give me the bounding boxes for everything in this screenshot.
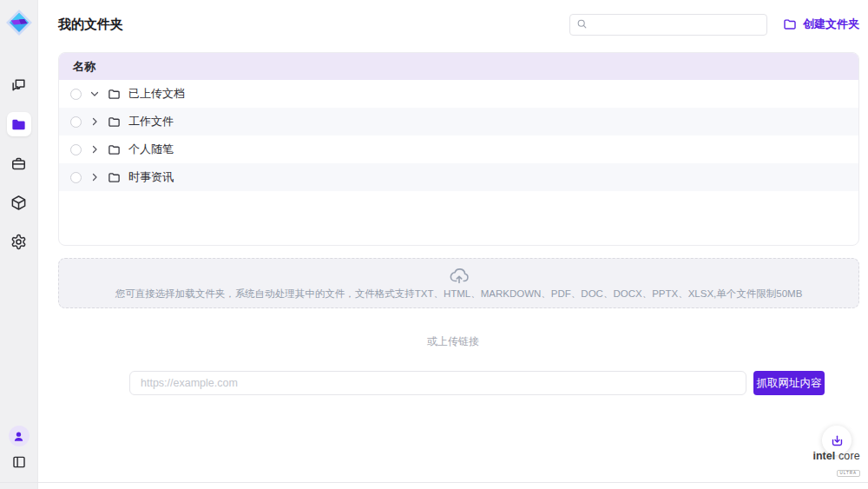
create-folder-label: 创建文件夹 bbox=[803, 17, 859, 32]
download-icon bbox=[830, 433, 845, 448]
or-upload-link-label: 或上传链接 bbox=[38, 334, 868, 349]
app-window: 我的文件夹 创建文件夹 名称 bbox=[0, 0, 868, 489]
chevron-down-icon[interactable] bbox=[89, 89, 100, 99]
row-checkbox[interactable] bbox=[70, 116, 82, 128]
table-row[interactable]: 个人随笔 bbox=[59, 135, 858, 163]
sidebar-bottom bbox=[9, 426, 30, 470]
sidebar bbox=[0, 0, 38, 489]
row-checkbox[interactable] bbox=[70, 172, 82, 183]
cloud-upload-icon bbox=[449, 266, 470, 285]
table-row[interactable]: 时事资讯 bbox=[59, 163, 858, 191]
folder-name[interactable]: 个人随笔 bbox=[128, 142, 174, 157]
sidebar-nav bbox=[7, 73, 31, 254]
folder-table: 名称 已上传文档 工作文件 bbox=[58, 52, 859, 246]
row-checkbox[interactable] bbox=[70, 89, 82, 100]
intel-core-logo: intel core ULTRA bbox=[812, 450, 860, 478]
table-header: 名称 bbox=[59, 53, 858, 80]
chevron-right-icon[interactable] bbox=[89, 144, 100, 155]
user-avatar[interactable] bbox=[9, 426, 30, 446]
fetch-url-button[interactable]: 抓取网址内容 bbox=[753, 371, 825, 395]
sidebar-item-folders[interactable] bbox=[7, 112, 31, 136]
table-row[interactable]: 已上传文档 bbox=[59, 80, 858, 108]
panel-toggle-button[interactable] bbox=[11, 454, 27, 470]
sidebar-item-models[interactable] bbox=[7, 190, 31, 215]
search-icon bbox=[576, 18, 588, 30]
search-input[interactable] bbox=[569, 14, 767, 36]
table-row[interactable]: 工作文件 bbox=[59, 108, 858, 135]
sidebar-item-workspace[interactable] bbox=[7, 151, 31, 175]
upload-hint: 您可直接选择加载文件夹，系统自动处理其中的文件，文件格式支持TXT、HTML、M… bbox=[115, 287, 803, 301]
app-logo-icon[interactable] bbox=[5, 9, 33, 36]
intel-product-text: core bbox=[838, 450, 860, 462]
folder-rows: 已上传文档 工作文件 个人随笔 bbox=[59, 80, 858, 191]
folder-icon bbox=[108, 171, 121, 184]
folder-name[interactable]: 已上传文档 bbox=[128, 86, 185, 102]
chevron-right-icon[interactable] bbox=[89, 116, 100, 127]
upload-dropzone[interactable]: 您可直接选择加载文件夹，系统自动处理其中的文件，文件格式支持TXT、HTML、M… bbox=[58, 258, 859, 308]
url-input[interactable] bbox=[129, 371, 746, 395]
page-header: 我的文件夹 创建文件夹 bbox=[38, 0, 868, 49]
intel-ultra-badge: ULTRA bbox=[837, 470, 860, 477]
sidebar-item-chat[interactable] bbox=[7, 73, 31, 97]
folder-name[interactable]: 工作文件 bbox=[128, 114, 174, 129]
folder-icon bbox=[108, 143, 121, 156]
sidebar-item-settings[interactable] bbox=[7, 229, 31, 254]
folder-name[interactable]: 时事资讯 bbox=[128, 169, 174, 185]
gear-icon bbox=[10, 234, 27, 250]
row-checkbox[interactable] bbox=[70, 144, 82, 155]
window-bottom-divider bbox=[0, 482, 868, 483]
briefcase-icon bbox=[10, 155, 27, 172]
panel-toggle-icon bbox=[11, 454, 27, 470]
folder-icon bbox=[108, 116, 121, 129]
chat-icon bbox=[10, 77, 27, 94]
intel-brand-text: intel bbox=[812, 450, 835, 462]
folder-icon bbox=[108, 88, 121, 101]
main-content: 我的文件夹 创建文件夹 名称 bbox=[38, 0, 868, 489]
page-title: 我的文件夹 bbox=[58, 17, 123, 33]
create-folder-icon bbox=[783, 17, 797, 31]
folder-icon bbox=[10, 116, 27, 133]
url-upload-row: 抓取网址内容 bbox=[129, 371, 825, 395]
name-column-header: 名称 bbox=[73, 59, 95, 75]
search-box bbox=[569, 14, 767, 36]
create-folder-button[interactable]: 创建文件夹 bbox=[783, 17, 859, 32]
chevron-right-icon[interactable] bbox=[89, 172, 100, 182]
cube-icon bbox=[10, 195, 27, 211]
user-icon bbox=[12, 430, 25, 443]
